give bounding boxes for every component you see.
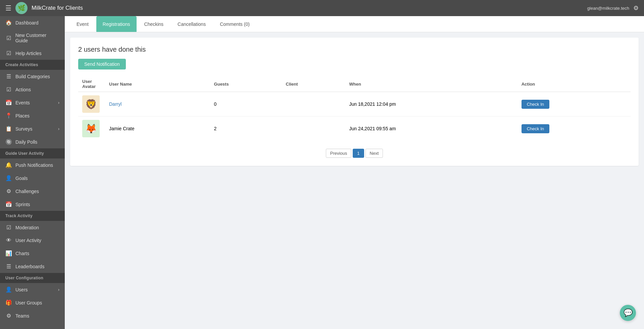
users-count-text: 2 users have done this (78, 46, 631, 53)
sidebar-item-new-customer-guide[interactable]: ☑New Customer Guide (0, 29, 65, 47)
sidebar-item-actions[interactable]: ☑Actions (0, 83, 65, 96)
surveys-label: Surveys (15, 126, 33, 132)
challenges-icon: ⚙ (5, 188, 12, 194)
sidebar-item-surveys[interactable]: 📋Surveys› (0, 122, 65, 135)
app-logo: 🌿 (15, 2, 28, 14)
events-icon: 📅 (5, 99, 12, 106)
sidebar-section-create-activities-section: Create Activities (0, 60, 65, 70)
sidebar: 🏠Dashboard☑New Customer Guide☑Help Artic… (0, 16, 65, 329)
guests-cell-1: 2 (210, 116, 282, 141)
settings-icon[interactable]: ⚙ (633, 4, 639, 12)
user-groups-icon: 🎁 (5, 299, 12, 306)
sidebar-item-moderation[interactable]: ☑Moderation (0, 221, 65, 234)
user-activity-icon: 👁 (5, 237, 12, 243)
sidebar-item-dashboard[interactable]: 🏠Dashboard (0, 16, 65, 29)
table-row: 🦊Jamie Crate2Jun 24,2021 09:55 amCheck I… (78, 116, 631, 141)
col-header-user-avatar: User Avatar (78, 76, 105, 92)
col-header-action: Action (517, 76, 631, 92)
user-groups-label: User Groups (15, 300, 42, 306)
actions-label: Actions (15, 87, 31, 92)
sidebar-item-sprints[interactable]: 📅Sprints (0, 198, 65, 211)
actions-icon: ☑ (5, 86, 12, 93)
avatar-cell-0: 🦁 (78, 92, 105, 116)
build-categories-icon: ☰ (5, 73, 12, 80)
col-header-when: When (345, 76, 517, 92)
user-email: glean@milkcrate.tech (587, 6, 629, 11)
goals-icon: 👤 (5, 175, 12, 181)
events-arrow-icon: › (58, 100, 59, 105)
col-header-guests: Guests (210, 76, 282, 92)
users-label: Users (15, 287, 28, 292)
dashboard-label: Dashboard (15, 20, 39, 26)
tab-event[interactable]: Event (70, 16, 95, 32)
teams-label: Teams (15, 313, 29, 319)
moderation-icon: ☑ (5, 224, 12, 231)
avatar: 🦊 (82, 120, 100, 137)
table-row: 🦁Darryl0Jun 18,2021 12:04 pmCheck In (78, 92, 631, 116)
daily-polls-icon: 🔘 (5, 139, 12, 145)
sidebar-item-teams[interactable]: ⚙Teams (0, 309, 65, 322)
username-cell-1: Jamie Crate (105, 116, 210, 141)
guests-cell-0: 0 (210, 92, 282, 116)
main-content: EventRegistrationsCheckinsCancellationsC… (65, 16, 644, 329)
app-title: MilkCrate for Clients (32, 5, 83, 11)
sidebar-item-help-articles[interactable]: ☑Help Articles (0, 47, 65, 60)
users-arrow-icon: › (58, 287, 59, 292)
tab-checkins[interactable]: Checkins (138, 16, 170, 32)
surveys-arrow-icon: › (58, 127, 59, 131)
moderation-label: Moderation (15, 225, 39, 230)
goals-label: Goals (15, 176, 28, 181)
hamburger-menu[interactable]: ☰ (5, 4, 11, 12)
push-notifications-icon: 🔔 (5, 162, 12, 168)
sidebar-item-build-categories[interactable]: ☰Build Categories (0, 70, 65, 83)
action-cell-0: Check In (517, 92, 631, 116)
sidebar-item-charts[interactable]: 📊Charts (0, 247, 65, 260)
sidebar-item-challenges[interactable]: ⚙Challenges (0, 185, 65, 198)
top-nav: ☰ 🌿 MilkCrate for Clients glean@milkcrat… (0, 0, 644, 16)
when-cell-0: Jun 18,2021 12:04 pm (345, 92, 517, 116)
client-cell-1 (282, 116, 345, 141)
sidebar-item-places[interactable]: 📍Places (0, 109, 65, 122)
tab-comments[interactable]: Comments (0) (213, 16, 256, 32)
sidebar-item-user-activity[interactable]: 👁User Activity (0, 234, 65, 247)
checkin-button-0[interactable]: Check In (522, 100, 549, 109)
help-articles-label: Help Articles (15, 51, 42, 56)
tab-registrations[interactable]: Registrations (96, 16, 137, 32)
username-link-0[interactable]: Darryl (109, 101, 121, 107)
build-categories-label: Build Categories (15, 74, 50, 79)
sidebar-item-user-groups[interactable]: 🎁User Groups (0, 296, 65, 309)
send-notification-button[interactable]: Send Notification (78, 59, 126, 69)
sidebar-item-daily-polls[interactable]: 🔘Daily Polls (0, 135, 65, 148)
pagination-previous[interactable]: Previous (326, 149, 352, 158)
sidebar-section-track-activity-section: Track Activity (0, 211, 65, 221)
sidebar-section-user-configuration-section: User Configuration (0, 273, 65, 283)
new-customer-guide-icon: ☑ (5, 35, 12, 41)
pagination-page-1[interactable]: 1 (353, 149, 364, 158)
tabs-bar: EventRegistrationsCheckinsCancellationsC… (65, 16, 644, 32)
sidebar-item-push-notifications[interactable]: 🔔Push Notifications (0, 158, 65, 172)
sidebar-item-events[interactable]: 📅Events› (0, 96, 65, 109)
tab-cancellations[interactable]: Cancellations (171, 16, 212, 32)
users-icon: 👤 (5, 286, 12, 293)
charts-icon: 📊 (5, 250, 12, 256)
dashboard-icon: 🏠 (5, 19, 12, 26)
sidebar-item-leaderboards[interactable]: ☰Leaderboards (0, 260, 65, 273)
username-cell-0[interactable]: Darryl (105, 92, 210, 116)
sidebar-item-goals[interactable]: 👤Goals (0, 172, 65, 185)
col-header-client: Client (282, 76, 345, 92)
registrations-table: User AvatarUser NameGuestsClientWhenActi… (78, 76, 631, 141)
pagination: Previous1Next (78, 149, 631, 158)
chat-bubble[interactable]: 💬 (620, 305, 636, 321)
col-header-user-name: User Name (105, 76, 210, 92)
sprints-label: Sprints (15, 202, 30, 207)
pagination-next[interactable]: Next (365, 149, 383, 158)
table-header-row: User AvatarUser NameGuestsClientWhenActi… (78, 76, 631, 92)
avatar-cell-1: 🦊 (78, 116, 105, 141)
teams-icon: ⚙ (5, 313, 12, 319)
when-cell-1: Jun 24,2021 09:55 am (345, 116, 517, 141)
checkin-button-1[interactable]: Check In (522, 124, 549, 133)
sidebar-item-users[interactable]: 👤Users› (0, 283, 65, 296)
sidebar-section-guide-user-activity-section: Guide User Activity (0, 148, 65, 158)
table-body: 🦁Darryl0Jun 18,2021 12:04 pmCheck In🦊Jam… (78, 92, 631, 141)
leaderboards-icon: ☰ (5, 263, 12, 270)
